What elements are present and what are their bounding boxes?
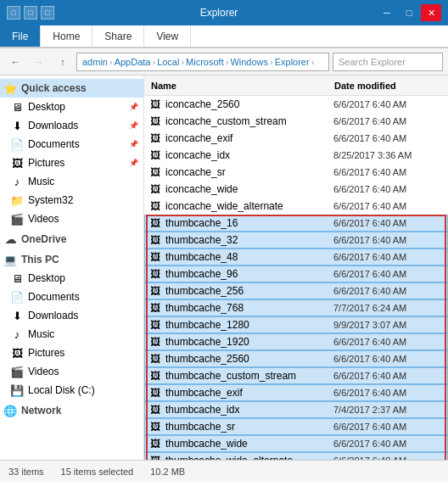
downloads-qa-label: Downloads — [28, 120, 127, 131]
file-row[interactable]: 🖼thumbcache_idx7/4/2017 2:37 AM — [144, 401, 448, 418]
sidebar-item-thispc[interactable]: 💻 This PC — [0, 250, 143, 269]
sidebar-item-downloads-pc[interactable]: ⬇ Downloads — [0, 306, 143, 325]
title-icon-2: □ — [24, 6, 37, 20]
file-row[interactable]: 🖼thumbcache_wide6/6/2017 6:40 AM — [144, 435, 448, 452]
sidebar-item-desktop-qa[interactable]: 🖥 Desktop 📌 — [0, 98, 143, 116]
sidebar-item-documents-qa[interactable]: 📄 Documents 📌 — [0, 135, 143, 154]
file-date: 6/6/2017 6:40 AM — [333, 116, 444, 126]
sidebar-item-system32-qa[interactable]: 📁 System32 — [0, 191, 143, 210]
crumb-explorer[interactable]: Explorer — [275, 57, 310, 67]
sep-6: › — [311, 57, 315, 67]
file-name: iconcache_idx — [165, 149, 333, 161]
sidebar-item-pictures-qa[interactable]: 🖼 Pictures 📌 — [0, 154, 143, 172]
tab-file[interactable]: File — [0, 25, 41, 47]
sidebar-item-onedrive[interactable]: ☁ OneDrive — [0, 230, 143, 249]
tab-share[interactable]: Share — [92, 25, 144, 47]
tab-view[interactable]: View — [144, 25, 191, 47]
file-date: 6/6/2017 6:40 AM — [333, 371, 444, 381]
music-qa-label: Music — [28, 176, 138, 187]
file-name: thumbcache_256 — [165, 285, 333, 297]
sidebar-item-quickaccess[interactable]: ⭐ Quick access — [0, 79, 143, 98]
file-icon: 🖼 — [148, 131, 162, 145]
sidebar-item-pictures-pc[interactable]: 🖼 Pictures — [0, 344, 143, 362]
forward-button[interactable]: → — [29, 53, 49, 71]
thispc-icon: 💻 — [3, 253, 17, 266]
crumb-admin[interactable]: admin — [82, 57, 108, 67]
file-row[interactable]: 🖼iconcache_sr6/6/2017 6:40 AM — [144, 164, 448, 181]
up-button[interactable]: ↑ — [53, 53, 73, 71]
crumb-appdata[interactable]: AppData — [115, 57, 151, 67]
file-date: 6/6/2017 6:40 AM — [333, 269, 444, 279]
sidebar-item-music-qa[interactable]: ♪ Music — [0, 172, 143, 191]
file-name: thumbcache_1280 — [165, 319, 333, 331]
file-row[interactable]: 🖼thumbcache_25606/6/2017 6:40 AM — [144, 350, 448, 367]
back-button[interactable]: ← — [5, 53, 25, 71]
file-row[interactable]: 🖼iconcache_25606/6/2017 6:40 AM — [144, 96, 448, 113]
file-name: thumbcache_96 — [165, 268, 333, 280]
file-row[interactable]: 🖼thumbcache_12809/9/2017 3:07 AM — [144, 316, 448, 333]
file-row[interactable]: 🖼thumbcache_166/6/2017 6:40 AM — [144, 215, 448, 232]
sep-5: › — [270, 57, 273, 67]
documents-qa-icon: 📄 — [10, 137, 24, 151]
close-button[interactable]: ✕ — [421, 4, 441, 21]
address-bar[interactable]: admin › AppData › Local › Microsoft › Wi… — [76, 53, 329, 71]
file-row[interactable]: 🖼thumbcache_486/6/2017 6:40 AM — [144, 249, 448, 265]
file-row[interactable]: 🖼thumbcache_7687/7/2017 6:24 AM — [144, 299, 448, 316]
file-row[interactable]: 🖼thumbcache_2566/6/2017 6:40 AM — [144, 282, 448, 299]
status-bar: 33 items 15 items selected 10.2 MB — [0, 460, 448, 482]
crumb-windows[interactable]: Windows — [230, 57, 268, 67]
file-name: thumbcache_wide_alternate — [165, 455, 333, 460]
sidebar-item-documents-pc[interactable]: 📄 Documents — [0, 288, 143, 306]
sidebar-item-desktop-pc[interactable]: 🖥 Desktop — [0, 269, 143, 288]
sidebar-item-localdisk[interactable]: 💾 Local Disk (C:) — [0, 381, 143, 400]
file-row[interactable]: 🖼thumbcache_326/6/2017 6:40 AM — [144, 232, 448, 249]
file-row[interactable]: 🖼thumbcache_wide_alternate6/6/2017 6:40 … — [144, 452, 448, 460]
file-icon: 🖼 — [148, 386, 162, 400]
file-row[interactable]: 🖼iconcache_exif6/6/2017 6:40 AM — [144, 130, 448, 147]
file-icon: 🖼 — [148, 165, 162, 179]
file-date: 7/4/2017 2:37 AM — [333, 405, 444, 415]
file-row[interactable]: 🖼thumbcache_custom_stream6/6/2017 6:40 A… — [144, 367, 448, 384]
file-icon: 🖼 — [148, 352, 162, 366]
pictures-pc-label: Pictures — [28, 347, 138, 359]
sidebar-section-thispc: 💻 This PC 🖥 Desktop 📄 Documents ⬇ Downlo… — [0, 250, 143, 400]
system32-qa-icon: 📁 — [10, 193, 24, 207]
crumb-microsoft[interactable]: Microsoft — [186, 57, 224, 67]
file-row[interactable]: 🖼iconcache_wide_alternate6/6/2017 6:40 A… — [144, 198, 448, 215]
title-icon-1: □ — [7, 6, 20, 20]
file-row[interactable]: 🖼iconcache_idx8/25/2017 3:36 AM — [144, 147, 448, 164]
tab-home[interactable]: Home — [41, 25, 92, 47]
sidebar-item-downloads-qa[interactable]: ⬇ Downloads 📌 — [0, 116, 143, 135]
music-pc-icon: ♪ — [10, 327, 24, 341]
col-header-date[interactable]: Date modified — [334, 81, 445, 91]
desktop-qa-icon: 🖥 — [10, 100, 24, 114]
file-date: 7/7/2017 6:24 AM — [333, 303, 444, 313]
sidebar-item-videos-pc[interactable]: 🎬 Videos — [0, 362, 143, 381]
title-bar-icons: □ □ □ — [7, 6, 54, 20]
sidebar-item-videos-qa[interactable]: 🎬 Videos — [0, 210, 143, 228]
minimize-button[interactable]: ─ — [377, 4, 397, 21]
file-name: thumbcache_custom_stream — [165, 370, 333, 382]
network-label: Network — [21, 405, 138, 416]
onedrive-label: OneDrive — [21, 233, 138, 245]
file-row[interactable]: 🖼thumbcache_966/6/2017 6:40 AM — [144, 265, 448, 282]
sidebar-section-quickaccess: ⭐ Quick access 🖥 Desktop 📌 ⬇ Downloads 📌… — [0, 79, 143, 228]
sep-4: › — [226, 57, 229, 67]
file-row[interactable]: 🖼iconcache_custom_stream6/6/2017 6:40 AM — [144, 113, 448, 130]
col-header-name[interactable]: Name — [148, 81, 334, 91]
file-row[interactable]: 🖼thumbcache_sr6/6/2017 6:40 AM — [144, 418, 448, 435]
sidebar-item-music-pc[interactable]: ♪ Music — [0, 325, 143, 344]
downloads-qa-icon: ⬇ — [10, 119, 24, 132]
file-row[interactable]: 🖼thumbcache_19206/6/2017 6:40 AM — [144, 333, 448, 350]
selected-size: 10.2 MB — [150, 467, 185, 477]
file-date: 6/6/2017 6:40 AM — [333, 286, 444, 296]
file-row[interactable]: 🖼iconcache_wide6/6/2017 6:40 AM — [144, 181, 448, 198]
sep-1: › — [109, 57, 113, 67]
maximize-button[interactable]: □ — [399, 4, 419, 21]
pictures-qa-icon: 🖼 — [10, 156, 24, 170]
crumb-local[interactable]: Local — [157, 57, 179, 67]
file-row[interactable]: 🖼thumbcache_exif6/6/2017 6:40 AM — [144, 384, 448, 401]
sep-3: › — [181, 57, 184, 67]
search-bar[interactable]: Search Explorer — [333, 53, 443, 71]
sidebar-item-network[interactable]: 🌐 Network — [0, 401, 143, 420]
